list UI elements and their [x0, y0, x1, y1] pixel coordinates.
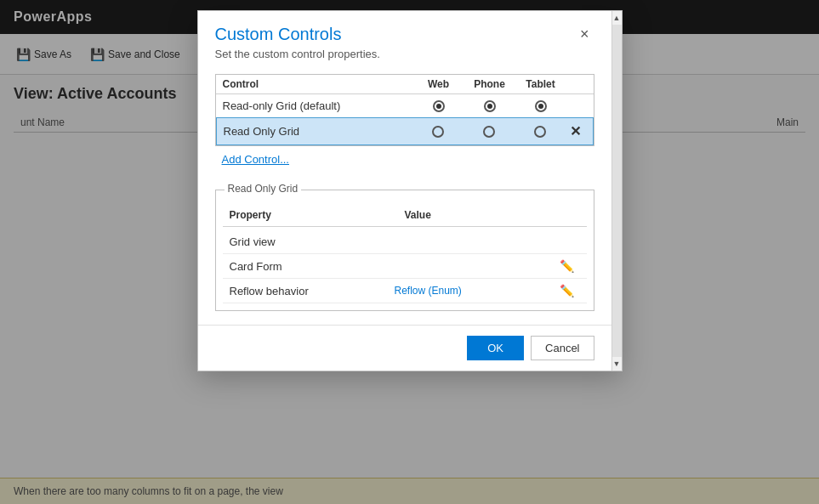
property-name-reflow: Reflow behavior — [230, 285, 395, 297]
phone-radio-default[interactable] — [464, 100, 515, 112]
dialog-title: Custom Controls — [215, 25, 380, 44]
property-name-grid-view: Grid view — [230, 235, 395, 248]
ok-button[interactable]: OK — [467, 336, 524, 360]
value-col-header: Value — [405, 209, 580, 221]
reflow-edit-icon[interactable]: ✏️ — [560, 284, 580, 297]
property-row-card-form: Card Form ✏️ — [223, 254, 587, 279]
remove-control-button[interactable]: ✕ — [566, 123, 586, 139]
dialog-header: Custom Controls Set the custom control p… — [198, 11, 611, 67]
web-radio-default[interactable] — [413, 100, 464, 112]
property-col-header: Property — [230, 209, 405, 221]
web-radio-rog[interactable] — [412, 126, 464, 138]
properties-table-header: Property Value — [223, 204, 587, 227]
properties-content: Property Value Grid view Card Form ✏️ — [216, 190, 594, 310]
dialog-body: Control Web Phone Tablet Read-only Grid … — [198, 67, 611, 325]
controls-table-header: Control Web Phone Tablet — [216, 75, 594, 94]
scrollbar-up-arrow[interactable]: ▲ — [611, 11, 622, 25]
property-row-grid-view: Grid view — [223, 230, 587, 254]
properties-legend-title: Read Only Grid — [225, 183, 302, 195]
web-col-header: Web — [413, 78, 464, 90]
scrollbar-track — [612, 25, 622, 357]
tablet-col-header: Tablet — [515, 78, 566, 90]
web-radio-filled-icon[interactable] — [433, 100, 445, 112]
dialog-close-button[interactable]: × — [575, 25, 594, 43]
card-form-edit-icon[interactable]: ✏️ — [560, 259, 580, 273]
tablet-radio-rog[interactable] — [515, 126, 566, 138]
control-col-header: Control — [223, 78, 413, 90]
control-name-default: Read-only Grid (default) — [223, 99, 413, 112]
cancel-button[interactable]: Cancel — [531, 336, 594, 360]
dialog-scrollbar[interactable]: ▲ ▼ — [611, 11, 622, 371]
control-name-read-only-grid: Read Only Grid — [224, 125, 412, 138]
phone-radio-filled-icon[interactable] — [484, 100, 496, 112]
property-name-card-form: Card Form — [230, 260, 395, 273]
tablet-radio-empty-icon[interactable] — [534, 126, 546, 138]
dialog-footer: OK Cancel — [198, 325, 611, 371]
property-row-reflow: Reflow behavior Reflow (Enum) ✏️ — [223, 279, 587, 303]
web-radio-empty-icon[interactable] — [432, 126, 444, 138]
property-value-reflow: Reflow (Enum) — [395, 285, 560, 297]
dialog-subtitle: Set the custom control properties. — [215, 48, 380, 60]
phone-radio-empty-icon[interactable] — [483, 126, 495, 138]
tablet-radio-filled-icon[interactable] — [535, 100, 547, 112]
control-row-selected[interactable]: Read Only Grid ✕ — [216, 117, 594, 145]
control-row-default: Read-only Grid (default) — [216, 94, 594, 117]
phone-col-header: Phone — [464, 78, 515, 90]
custom-controls-dialog: ▲ ▼ Custom Controls Set the custom contr… — [197, 10, 623, 371]
properties-section: Read Only Grid Property Value Grid view — [215, 190, 594, 311]
tablet-radio-default[interactable] — [515, 100, 566, 112]
add-control-link[interactable]: Add Control... — [222, 153, 290, 166]
scrollbar-down-arrow[interactable]: ▼ — [611, 357, 622, 371]
phone-radio-rog[interactable] — [464, 126, 515, 138]
